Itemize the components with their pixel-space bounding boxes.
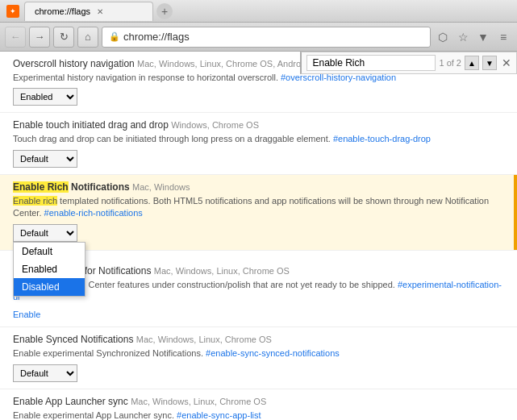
- find-next-btn[interactable]: ▼: [482, 56, 497, 70]
- find-close-btn[interactable]: ✕: [502, 56, 511, 69]
- dropdown-menu: Default Enabled Disabled: [13, 242, 85, 297]
- dropdown-option-disabled[interactable]: Disabled: [14, 278, 85, 296]
- flag-control: Default Enabled Disabled: [13, 88, 77, 106]
- flag-title: Enable Synced Notifications Mac, Windows…: [13, 334, 504, 345]
- flag-desc: Enable experimental App Launcher sync. #…: [13, 410, 504, 420]
- flag-link[interactable]: #enable-touch-drag-drop: [333, 134, 431, 143]
- flag-title: Experimental UI for Notifications Mac, W…: [13, 265, 504, 277]
- menu-btn[interactable]: ≡: [494, 28, 512, 46]
- flag-touch-drag: Enable touch initiated drag and drop Win…: [0, 113, 517, 174]
- flag-platforms: Windows, Chrome OS: [171, 120, 259, 130]
- flag-link[interactable]: #experimental-notification-ui: [13, 280, 502, 301]
- accent-bar: [514, 175, 517, 250]
- find-count: 1 of 2: [439, 58, 461, 68]
- flag-name: Enable App Launcher sync: [13, 396, 128, 407]
- flag-name-rest: Notifications: [71, 181, 130, 193]
- flag-platforms: Mac, Windows: [132, 182, 190, 192]
- flag-app-launcher-sync: Enable App Launcher sync Mac, Windows, L…: [0, 389, 517, 420]
- tab-label: chrome://flags: [35, 6, 90, 16]
- page-content: Overscroll history navigation Mac, Windo…: [0, 52, 517, 420]
- forward-btn[interactable]: →: [29, 27, 50, 48]
- bookmark-btn[interactable]: ▼: [474, 28, 492, 46]
- flag-select[interactable]: Default Enabled Disabled: [13, 364, 77, 382]
- nav-right-btns: ⬡ ☆ ▼ ≡: [434, 28, 512, 46]
- flag-select[interactable]: Default Enabled Disabled: [13, 88, 77, 106]
- flag-name: Enable Synced Notifications: [13, 334, 133, 345]
- flag-name: Overscroll history navigation: [13, 58, 135, 69]
- highlight-text: Enable Rich: [13, 181, 69, 193]
- flag-desc: Touch drag and drop can be initiated thr…: [13, 133, 504, 145]
- flag-desc: Shows Notification Center features under…: [13, 279, 504, 304]
- cast-btn[interactable]: ⬡: [434, 28, 452, 46]
- flag-link[interactable]: #enable-sync-app-list: [177, 410, 261, 420]
- title-bar: ✦ chrome://flags ✕ +: [0, 0, 517, 23]
- flag-title: Enable App Launcher sync Mac, Windows, L…: [13, 396, 504, 407]
- flag-platforms: Mac, Windows, Linux, Chrome OS: [136, 335, 272, 344]
- flag-title: Enable touch initiated drag and drop Win…: [13, 119, 504, 131]
- favicon: ✦: [6, 5, 19, 18]
- home-btn[interactable]: ⌂: [77, 27, 98, 48]
- dropdown-option-default[interactable]: Default: [14, 243, 85, 260]
- flag-name-highlight: Enable Rich Notifications: [13, 181, 132, 193]
- flag-platforms: Mac, Windows, Linux, Chrome OS: [154, 266, 290, 276]
- nav-bar: ← → ↻ ⌂ 🔒 chrome://flags ⬡ ☆ ▼ ≡: [0, 23, 517, 52]
- home-icon: ⌂: [85, 31, 91, 43]
- find-down-icon: ▼: [486, 59, 494, 68]
- star-btn[interactable]: ☆: [454, 28, 472, 46]
- desc-highlight: Enable rich: [13, 196, 57, 206]
- flag-desc: Enable experimental Synchronized Notific…: [13, 347, 504, 360]
- flag-title: Enable Rich Notifications Mac, Windows: [13, 181, 504, 193]
- forward-icon: →: [35, 31, 45, 43]
- flag-sync-notifications: Enable Synced Notifications Mac, Windows…: [0, 327, 517, 389]
- enable-link[interactable]: Enable: [13, 310, 40, 319]
- dropdown-option-enabled[interactable]: Enabled: [14, 260, 85, 278]
- reload-btn[interactable]: ↻: [53, 27, 74, 48]
- flag-control: Default Enabled Disabled: [13, 364, 77, 382]
- flag-control: Default Enabled Disabled: [13, 150, 77, 168]
- find-up-icon: ▲: [468, 59, 476, 68]
- address-text: chrome://flags: [123, 31, 190, 43]
- back-icon: ←: [10, 31, 21, 43]
- address-bar[interactable]: 🔒 chrome://flags: [102, 27, 431, 48]
- flag-link[interactable]: #enable-rich-notifications: [44, 208, 143, 218]
- address-icon: 🔒: [109, 31, 120, 42]
- tab-close-btn[interactable]: ✕: [97, 7, 103, 16]
- reload-icon: ↻: [60, 31, 69, 43]
- flag-control-rich: Default Enabled Disabled Default Enabled…: [13, 224, 77, 242]
- flag-name: Enable touch initiated drag and drop: [13, 119, 169, 131]
- find-bar: 1 of 2 ▲ ▼ ✕: [300, 52, 517, 74]
- flag-select-rich[interactable]: Default Enabled Disabled: [13, 224, 77, 242]
- flag-rich-notifications: Enable Rich Notifications Mac, Windows E…: [0, 175, 517, 251]
- flag-link[interactable]: #enable-sync-synced-notifications: [206, 348, 340, 358]
- flag-desc: Enable rich templated notifications. Bot…: [13, 195, 504, 220]
- browser-tab[interactable]: chrome://flags ✕: [24, 2, 153, 21]
- flag-platforms: Mac, Windows, Linux, Chrome OS: [131, 397, 266, 406]
- find-input[interactable]: [306, 55, 436, 71]
- flag-select[interactable]: Default Enabled Disabled: [13, 150, 77, 168]
- find-prev-btn[interactable]: ▲: [465, 56, 479, 70]
- flag-platforms: Mac, Windows, Linux, Chrome OS, Android: [137, 59, 308, 69]
- new-tab-btn[interactable]: +: [156, 3, 173, 19]
- back-btn[interactable]: ←: [5, 27, 26, 48]
